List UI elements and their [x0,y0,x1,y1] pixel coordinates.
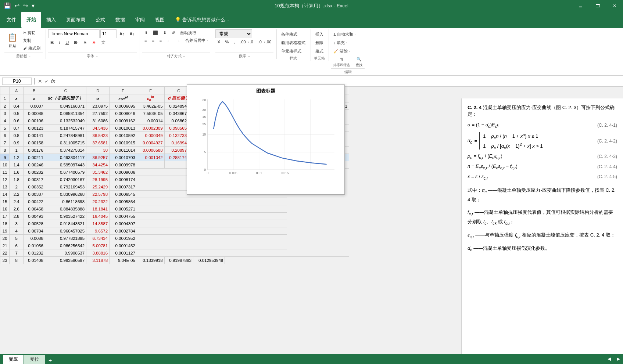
font-size-input[interactable] [100,29,117,38]
align-top-button[interactable]: ⬆ [142,30,150,36]
row-header-17[interactable]: 17 [0,213,10,220]
row-header-5[interactable]: 5 [0,125,10,132]
cell-D15[interactable]: 20.2322 [86,198,110,205]
row-header-7[interactable]: 7 [0,139,10,147]
cell-B5[interactable]: 0.00123 [24,125,45,132]
insert-cell-button[interactable]: 插入 [313,31,326,38]
cell-B11[interactable]: 0.00282 [24,169,45,176]
cell-A21[interactable]: 6 [10,242,24,249]
cell-B14[interactable]: 0.00387 [24,191,45,198]
cell-A11[interactable]: 1.6 [10,169,24,176]
bold-button[interactable]: B [48,39,56,46]
cell-D10[interactable]: 34.4254 [86,161,110,169]
fill-button[interactable]: ↓ 填充 · [331,39,358,46]
col-header-C[interactable]: C [45,87,86,94]
cell-E20[interactable]: 0.0001952 [110,235,137,242]
cell-A14[interactable]: 2.2 [10,191,24,198]
cell-A6[interactable]: 0.8 [10,132,24,139]
cell-A19[interactable]: 4 [10,227,24,235]
percent-button[interactable]: % [223,39,231,45]
rotate-button[interactable]: ↺ [169,30,177,36]
menu-search[interactable]: 💡 告诉我您想要做什么... [170,12,234,28]
cell-C8[interactable]: 0.374275814 [45,147,86,154]
row-header-23[interactable]: 23 [0,257,10,264]
cell-I23[interactable] [225,257,349,264]
table-format-button[interactable]: 套用表格格式 [279,39,308,46]
currency-button[interactable]: ¥ [215,39,222,45]
cell-A9[interactable]: 1.2 [10,154,24,161]
row-header-3[interactable]: 3 [0,110,10,117]
chart-container[interactable]: 图表标题 0 5 10 15 20 25 30 0 0.005 0.01 0.0… [187,84,345,195]
row-header-11[interactable]: 11 [0,169,10,176]
fill-color-button[interactable]: A· [82,40,90,46]
cell-C17[interactable]: 0.903527422 [45,213,86,220]
cell-B7[interactable]: 0.00158 [24,139,45,147]
cell-B13[interactable]: 0.00352 [24,183,45,191]
cell-E22[interactable]: 0.0001127 [110,249,137,257]
cell-D17[interactable]: 16.4045 [86,213,110,220]
sheet-tab-active[interactable]: 受压 [3,354,24,364]
cell-C7[interactable]: 0.311005715 [45,139,86,147]
number-format-select[interactable]: 常规 数字 货币 [215,29,252,38]
align-right-button[interactable]: ≡ [157,38,164,44]
cell-E6[interactable]: 0.0010592 [110,132,137,139]
cell-C20[interactable]: 0.977821895 [45,235,86,242]
cell-F8[interactable]: 0.0006588 [137,147,164,154]
cell-D22[interactable]: 3.88816 [86,249,110,257]
cell-C9[interactable]: 0.493304117 [45,154,86,161]
align-left-button[interactable]: ≡ [142,38,149,44]
cell-B12[interactable]: 0.00317 [24,176,45,183]
cell-E2[interactable]: 0.0006695 [110,102,137,110]
row-header-16[interactable]: 16 [0,205,10,213]
row-header-22[interactable]: 22 [0,249,10,257]
cell-F4[interactable]: 0.00014 [137,117,164,125]
cell-C13[interactable]: 0.792169453 [45,183,86,191]
decimal-inc-button[interactable]: .00→.0 [238,39,255,45]
cell-D23[interactable]: 3.11878 [86,257,110,264]
save-button[interactable]: 💾 [3,1,12,10]
cell-C1[interactable]: dc（非损伤因子） [45,94,86,102]
align-middle-button[interactable]: ⬛ [151,30,160,36]
col-header-E[interactable]: E [110,87,137,94]
cell-B9[interactable]: 0.00211 [24,154,45,161]
menu-insert[interactable]: 插入 [41,12,61,28]
cell-C18[interactable]: 0.918443521 [45,220,86,227]
cell-H23[interactable]: 0.012953949 [193,257,225,264]
cell-A4[interactable]: 0.6 [10,117,24,125]
cell-C11[interactable]: 0.677400579 [45,169,86,176]
cell-G23[interactable]: 0.91987883 [164,257,193,264]
cell-D12[interactable]: 28.1995 [86,176,110,183]
cell-D20[interactable]: 6.73434 [86,235,110,242]
font-grow-button[interactable]: A↑ [117,31,126,37]
cell-D5[interactable]: 34.5436 [86,125,110,132]
cell-C4[interactable]: 0.132532049 [45,117,86,125]
cell-A1[interactable]: x [10,94,24,102]
sheet-tab-inactive[interactable]: 受拉 [24,355,45,364]
col-header-F[interactable]: F [137,87,164,94]
cell-C3[interactable]: 0.085811354 [45,110,86,117]
format-brush-button[interactable]: 🖌 格式刷 [21,45,43,52]
copy-button[interactable]: 复制 · [21,37,43,44]
cell-B1[interactable]: ε [24,94,45,102]
menu-pagelayout[interactable]: 页面布局 [61,12,90,28]
menu-home[interactable]: 开始 [21,12,41,28]
cell-F23[interactable]: 0.1339918 [137,257,164,264]
font-shrink-button[interactable]: A↓ [128,31,137,37]
cell-C2[interactable]: 0.049168371 [45,102,86,110]
font-name-input[interactable] [48,29,100,38]
add-sheet-button[interactable]: + [46,357,55,364]
cell-B4[interactable]: 0.00106 [24,117,45,125]
formula-input[interactable] [57,78,621,84]
cell-F7[interactable]: 0.0004927 [137,139,164,147]
menu-file[interactable]: 文件 [1,12,21,28]
cell-C19[interactable]: 0.960457025 [45,227,86,235]
find-button[interactable]: 🔍查找 [354,56,365,68]
cell-E5[interactable]: 0.0010013 [110,125,137,132]
row-header-9[interactable]: 9 [0,154,10,161]
cell-E9[interactable]: 0.0010703 [110,154,137,161]
menu-review[interactable]: 审阅 [130,12,150,28]
row-header-15[interactable]: 15 [0,198,10,205]
cell-E13[interactable]: 0.0007317 [110,183,137,191]
merge-center-button[interactable]: 合并后居中 · [183,37,210,44]
cell-A8[interactable]: 1 [10,147,24,154]
